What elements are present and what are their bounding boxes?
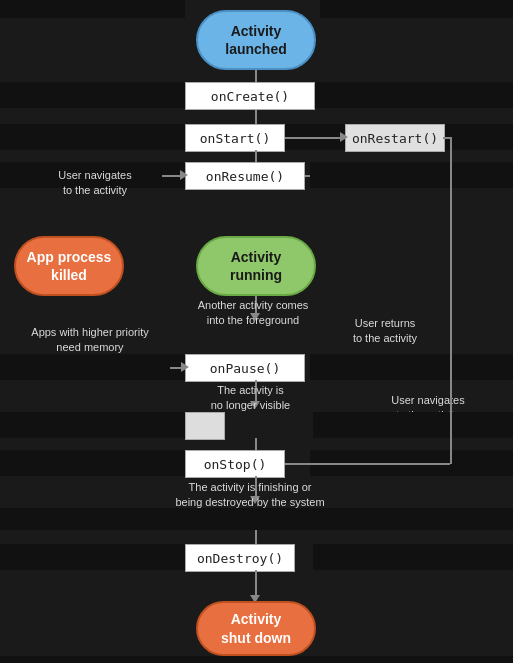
another-activity-label: Another activity comesinto the foregroun… (178, 298, 328, 329)
on-restart-method: onRestart() (345, 124, 445, 152)
apps-priority-label: Apps with higher priorityneed memory (5, 325, 175, 356)
on-create-method: onCreate() (185, 82, 315, 110)
on-destroy-method: onDestroy() (185, 544, 295, 572)
activity-shut-down-node: Activityshut down (196, 601, 316, 656)
on-start-method: onStart() (185, 124, 285, 152)
on-resume-method: onResume() (185, 162, 305, 190)
user-returns-label: User returnsto the activity (320, 316, 450, 347)
app-process-killed-node: App processkilled (14, 236, 124, 296)
activity-launched-node: Activitylaunched (196, 10, 316, 70)
no-longer-visible-label: The activity isno longer visible (178, 383, 323, 414)
lifecycle-diagram: Activitylaunched onCreate() onStart() on… (0, 0, 513, 663)
finishing-label: The activity is finishing orbeing destro… (150, 480, 350, 511)
user-navigates-label: User navigatesto the activity (10, 168, 180, 199)
activity-running-node: Activityrunning (196, 236, 316, 296)
placeholder-box (185, 412, 225, 440)
on-pause-method: onPause() (185, 354, 305, 382)
on-stop-method: onStop() (185, 450, 285, 478)
